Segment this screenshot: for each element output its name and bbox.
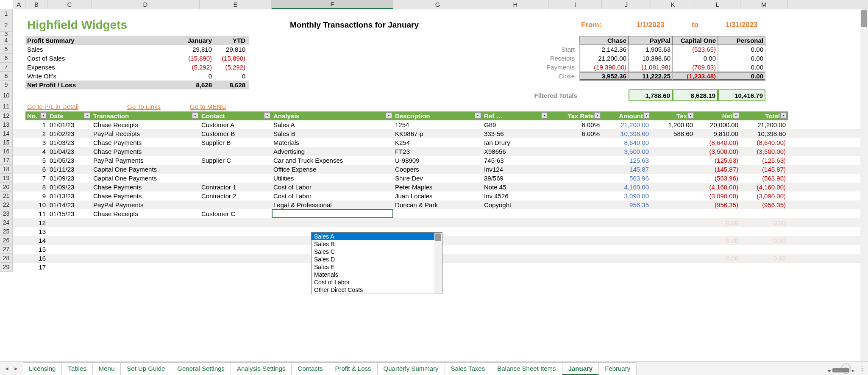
cell-no[interactable]: 9: [25, 192, 48, 200]
table-header-11[interactable]: Total: [740, 111, 788, 120]
cell-txn[interactable]: PayPal Payments: [92, 200, 200, 209]
sheet-tab-menu[interactable]: Menu: [92, 362, 121, 375]
row-header-25[interactable]: 25: [0, 227, 13, 236]
col-header-E[interactable]: E: [200, 0, 272, 9]
row-header-9[interactable]: 9: [0, 81, 13, 89]
cell-tax[interactable]: [651, 165, 695, 174]
cell-no[interactable]: 1: [25, 120, 48, 129]
sheet-tab-profit-&-loss[interactable]: Profit & Loss: [329, 362, 378, 375]
cell-net[interactable]: 9,810.00: [695, 129, 740, 138]
cell-net[interactable]: [695, 209, 740, 218]
cell-no[interactable]: 6: [25, 165, 48, 174]
dropdown-item[interactable]: Materials: [312, 271, 442, 278]
table-header-1[interactable]: Date: [48, 111, 92, 120]
cell-net[interactable]: (3,090.00): [695, 192, 740, 200]
row-header-13[interactable]: 13: [0, 120, 13, 129]
cell-rate[interactable]: [549, 183, 602, 192]
cell-amount[interactable]: 21,200.00: [602, 120, 651, 129]
cell-txn[interactable]: Chase Receipts: [92, 120, 200, 129]
cell-net[interactable]: 20,000.00: [695, 120, 740, 129]
cell-amount[interactable]: 4,160.00: [602, 183, 651, 192]
cell-rate[interactable]: [549, 192, 602, 200]
cell-rate[interactable]: [549, 254, 602, 263]
filter-icon[interactable]: [541, 112, 548, 119]
row-header-18[interactable]: 18: [0, 165, 13, 174]
link-pl[interactable]: Go to P/L in Detail: [25, 101, 102, 111]
sheet-tab-balance-sheet-items[interactable]: Balance Sheet Items: [491, 362, 562, 375]
col-header-C[interactable]: C: [48, 0, 92, 9]
cell-txn[interactable]: [92, 218, 200, 227]
dropdown-item[interactable]: Sales D: [312, 256, 442, 263]
cell-net[interactable]: (3,500.00): [695, 147, 740, 156]
row-header-17[interactable]: 17: [0, 156, 13, 165]
cell-tax[interactable]: [651, 254, 695, 263]
cell-txn[interactable]: Capital One Payments: [92, 165, 200, 174]
row-header-14[interactable]: 14: [0, 129, 13, 138]
cell-txn[interactable]: [92, 263, 200, 272]
cell-analysis[interactable]: [272, 218, 393, 227]
cell-amount[interactable]: [602, 209, 651, 218]
cell-rate[interactable]: [549, 138, 602, 147]
col-header-L[interactable]: L: [695, 0, 740, 9]
filter-icon[interactable]: [84, 112, 90, 119]
cell-desc[interactable]: 1254: [393, 120, 482, 129]
cell-analysis[interactable]: Sales A: [272, 120, 393, 129]
vscroll-thumb[interactable]: [861, 10, 867, 27]
cell-analysis[interactable]: Advertising: [272, 147, 393, 156]
cell-ref[interactable]: Inv124: [482, 165, 549, 174]
cell-amount[interactable]: [602, 263, 651, 272]
cell-txn[interactable]: PayPal Receipts: [92, 129, 200, 138]
cell-total[interactable]: 21,200.00: [740, 120, 788, 129]
cell-tax[interactable]: [651, 236, 695, 245]
cell-analysis[interactable]: Sales B: [272, 129, 393, 138]
cell-desc[interactable]: KK9867-p: [393, 129, 482, 138]
cell-tax[interactable]: [651, 192, 695, 200]
col-header-F[interactable]: F: [272, 0, 393, 9]
cell-date[interactable]: [48, 236, 92, 245]
cell-amount[interactable]: 145.87: [602, 165, 651, 174]
cell-no[interactable]: 12: [25, 218, 48, 227]
cell-date[interactable]: 01/03/23: [48, 138, 92, 147]
row-header-20[interactable]: 20: [0, 183, 13, 192]
cell-contact[interactable]: [200, 263, 272, 272]
cell-total[interactable]: (125.63): [740, 156, 788, 165]
cell-ref[interactable]: X98656: [482, 147, 549, 156]
sheet-tab-analysis-settings[interactable]: Analysis Settings: [231, 362, 292, 375]
table-header-8[interactable]: Amount: [602, 111, 651, 120]
cell-analysis[interactable]: Cost of Labor: [272, 183, 393, 192]
filter-icon[interactable]: [733, 112, 739, 119]
dropdown-item[interactable]: Sales A: [312, 233, 442, 240]
cell-contact[interactable]: [200, 218, 272, 227]
cell-desc[interactable]: FT23: [393, 147, 482, 156]
cell-net[interactable]: (4,160.00): [695, 183, 740, 192]
row-header-10[interactable]: 10: [0, 89, 13, 101]
cell-ref[interactable]: 39/569: [482, 174, 549, 183]
sheet-tab-sales-taxes[interactable]: Sales Taxes: [445, 362, 492, 375]
cell-rate[interactable]: 6.00%: [549, 129, 602, 138]
cell-rate[interactable]: [549, 227, 602, 236]
cell-no[interactable]: 17: [25, 263, 48, 272]
cell-ref[interactable]: Inv 4526: [482, 192, 549, 200]
cell-no[interactable]: 16: [25, 254, 48, 263]
cell-total[interactable]: (956.35): [740, 200, 788, 209]
cell-desc[interactable]: Peter Maples: [393, 183, 482, 192]
cell-txn[interactable]: Capital One Payments: [92, 174, 200, 183]
cell-tax[interactable]: [651, 138, 695, 147]
filter-icon[interactable]: [386, 112, 392, 119]
cell-total[interactable]: 0.00: [740, 218, 788, 227]
filter-icon[interactable]: [780, 112, 787, 119]
cell-date[interactable]: 01/01/23: [48, 120, 92, 129]
cell-amount[interactable]: [602, 254, 651, 263]
cell-tax[interactable]: [651, 183, 695, 192]
filter-icon[interactable]: [687, 112, 694, 119]
sheet-tab-february[interactable]: February: [598, 362, 637, 375]
row-header-28[interactable]: 28: [0, 254, 13, 263]
table-header-7[interactable]: Tax Rate: [549, 111, 602, 120]
cell-no[interactable]: 11: [25, 209, 48, 218]
col-header-A[interactable]: A: [13, 0, 25, 9]
table-header-9[interactable]: Tax: [651, 111, 695, 120]
cell-txn[interactable]: Chase Payments: [92, 138, 200, 147]
cell-analysis[interactable]: Materials: [272, 138, 393, 147]
cell-desc[interactable]: U-98909: [393, 156, 482, 165]
cell-tax[interactable]: [651, 209, 695, 218]
